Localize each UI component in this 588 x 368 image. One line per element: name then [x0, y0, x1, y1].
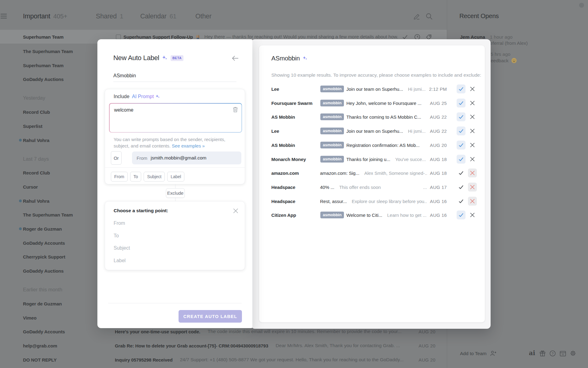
email-row-sender[interactable]: The Superhuman Team: [23, 212, 73, 217]
gift-icon[interactable]: [539, 350, 546, 358]
compose-icon[interactable]: [413, 13, 420, 21]
exclude-example-button[interactable]: [468, 140, 477, 149]
include-example-button[interactable]: [457, 211, 466, 220]
back-arrow-icon[interactable]: [232, 55, 239, 63]
exclude-example-button[interactable]: [468, 211, 477, 220]
include-example-button[interactable]: [457, 85, 466, 94]
example-sender: Headspace: [271, 184, 295, 190]
tab-calendar[interactable]: Calendar61: [140, 13, 176, 20]
delete-prompt-icon[interactable]: [233, 107, 238, 113]
add-person-icon[interactable]: [490, 350, 497, 358]
email-row-date: AUG 20: [419, 329, 435, 334]
calendar-icon[interactable]: 31: [560, 350, 566, 358]
email-row-sender[interactable]: Roger de Guzman: [23, 226, 62, 232]
field-button-label[interactable]: Label: [167, 172, 184, 182]
email-row-sender[interactable]: Record Club: [23, 170, 50, 175]
email-row-sender[interactable]: GoDaddy Accounts: [23, 240, 65, 245]
tab-important[interactable]: Important405+: [23, 13, 67, 20]
include-example-button[interactable]: [457, 182, 466, 191]
email-row-sender[interactable]: Superlist: [23, 123, 42, 128]
label-name-input[interactable]: ASmobbin: [113, 73, 136, 79]
unread-dot: [19, 228, 22, 230]
field-button-subject[interactable]: Subject: [144, 172, 165, 182]
footer-divider: [108, 303, 242, 303]
exclude-example-button[interactable]: [468, 113, 477, 121]
starting-point-option-label[interactable]: Label: [114, 258, 126, 263]
example-date: 2:12 PM: [429, 86, 447, 92]
selected-row-subject: Superhuman Support Follow-Up: [123, 34, 193, 40]
starting-point-option-from[interactable]: From: [114, 220, 125, 226]
exclude-example-button[interactable]: [468, 169, 477, 178]
search-icon[interactable]: [426, 13, 433, 21]
exclude-example-button[interactable]: [468, 155, 477, 163]
exclude-example-button[interactable]: [468, 98, 477, 107]
email-row-sender[interactable]: Roger de Guzman: [23, 301, 62, 306]
label-badge: asmobbin: [320, 86, 344, 92]
email-row-sender[interactable]: DO NOT REPLY: [23, 357, 57, 362]
close-icon[interactable]: [233, 208, 238, 215]
starting-point-card: Choose a starting point: FromToSubjectLa…: [105, 201, 245, 270]
tab-other[interactable]: Other: [195, 13, 212, 20]
exclude-example-button[interactable]: [468, 182, 477, 191]
email-row-sender[interactable]: Cursor: [23, 184, 38, 189]
include-example-button[interactable]: [457, 140, 466, 149]
example-sender: AS Mobbin: [271, 142, 295, 148]
unread-dot: [19, 139, 22, 141]
email-row-sender[interactable]: The Superhuman Team: [23, 49, 73, 54]
exclude-example-button[interactable]: [468, 197, 477, 205]
from-rule-chip[interactable]: From jsmith.mobbin@gmail.com: [132, 151, 241, 164]
include-example-button[interactable]: [457, 197, 466, 205]
include-example-button[interactable]: [457, 127, 466, 136]
email-row-sender[interactable]: Cherrypick Support: [23, 254, 65, 259]
settings-gear-icon[interactable]: [570, 350, 576, 358]
exclude-example-button[interactable]: [468, 127, 477, 136]
email-row-sender[interactable]: GoDaddy Auctions: [23, 268, 64, 274]
selected-row-sender: Superhuman Team: [23, 34, 63, 40]
email-row-sender[interactable]: Record Club: [23, 109, 50, 115]
example-date: AUG 22: [430, 114, 447, 120]
selected-row-preview: Hey there — thanks for reaching out! Wou…: [204, 34, 398, 40]
email-row-sender[interactable]: Vimeo: [23, 315, 36, 320]
help-icon[interactable]: ?: [549, 350, 556, 358]
example-row: AS MobbinasmobbinRegistration confirmati…: [259, 138, 485, 152]
email-row-sender[interactable]: help@grab.com: [23, 343, 57, 348]
example-row: Citizen AppasmobbinWelcome to Citi...Lea…: [259, 208, 485, 222]
starting-point-option-subject[interactable]: Subject: [114, 245, 130, 251]
email-row-sender[interactable]: Superhuman Team: [23, 63, 63, 68]
smiley-emoji-icon: [511, 58, 517, 63]
email-row-sender[interactable]: GoDaddy Accounts: [23, 329, 65, 334]
example-preview: Hi jsmi...: [408, 128, 426, 134]
ai-prompt-tab[interactable]: AI Prompt: [132, 94, 160, 99]
prompt-textarea[interactable]: welcome: [109, 103, 242, 132]
example-sender: amazon.com: [271, 171, 299, 176]
recent-open-time: 1 hour ago: [490, 34, 513, 40]
label-badge: asmobbin: [320, 212, 344, 218]
tab-shared[interactable]: Shared1: [96, 13, 123, 20]
exclude-button[interactable]: Exclude: [166, 188, 185, 198]
add-to-team-label[interactable]: Add to Team: [460, 351, 487, 356]
see-examples-link[interactable]: See examples »: [172, 143, 205, 148]
exclude-example-button[interactable]: [468, 85, 477, 94]
starting-point-option-to[interactable]: To: [114, 233, 119, 239]
include-example-button[interactable]: [457, 155, 466, 163]
create-auto-label-button[interactable]: CREATE AUTO LABEL: [179, 310, 242, 323]
email-row-date: AUG 20: [419, 357, 435, 362]
example-date: AUG 17: [430, 184, 447, 190]
field-button-from[interactable]: From: [111, 172, 128, 182]
example-subject: Registration confirmation: AS Mob...: [346, 142, 420, 148]
include-example-button[interactable]: [457, 98, 466, 107]
email-row-sender[interactable]: Rahul Vohra: [23, 198, 49, 203]
field-button-to[interactable]: To: [130, 172, 141, 182]
email-row-sender[interactable]: Rahul Vohra: [23, 137, 49, 143]
include-example-button[interactable]: [457, 113, 466, 121]
include-example-button[interactable]: [457, 169, 466, 178]
or-button[interactable]: Or: [111, 151, 122, 165]
example-date: AUG 18: [430, 171, 447, 176]
hamburger-menu-icon[interactable]: [1, 13, 7, 20]
email-row-preview: Dear Mr/Mrs. Alex Smith, Thank you for c…: [276, 343, 413, 348]
email-row-sender[interactable]: GoDaddy Auctions: [23, 77, 64, 82]
email-row-preview: The code inside this email will expire i…: [208, 329, 413, 334]
recent-open-subject-2: eedback: [491, 58, 517, 63]
superhuman-ai-icon[interactable]: ai: [529, 349, 535, 357]
field-buttons: FromToSubjectLabel: [111, 172, 184, 182]
